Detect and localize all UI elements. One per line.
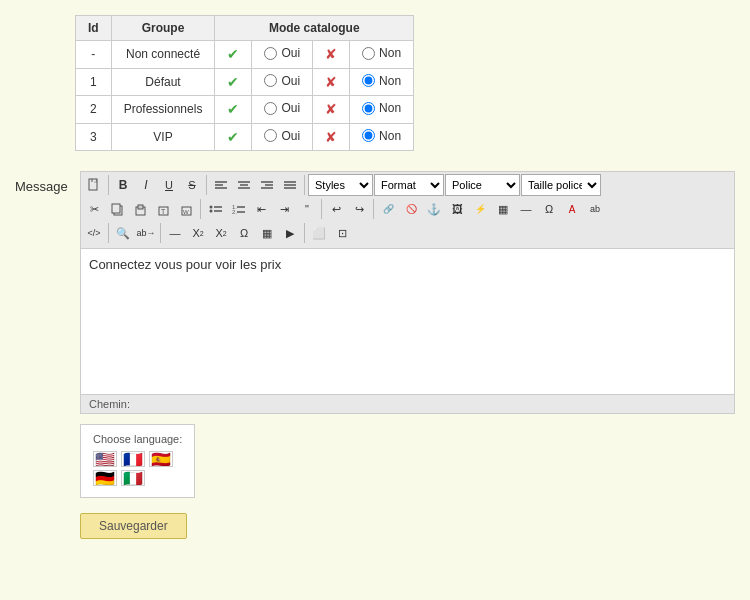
copy-button[interactable] xyxy=(106,198,128,220)
row-non[interactable]: Non xyxy=(350,96,414,124)
toolbar-row-1: B I U S Styles xyxy=(83,174,732,196)
row-id: 3 xyxy=(76,123,112,151)
undo-button[interactable]: ↩ xyxy=(325,198,347,220)
row-check: ✔ xyxy=(215,68,252,96)
radio-oui-3[interactable] xyxy=(264,129,277,142)
radio-oui-1[interactable] xyxy=(264,74,277,87)
row-non[interactable]: Non xyxy=(350,68,414,96)
row-check: ✔ xyxy=(215,96,252,124)
editor-container: B I U S Styles xyxy=(80,171,735,414)
italic-button[interactable]: I xyxy=(135,174,157,196)
check-icon: ✔ xyxy=(227,74,239,90)
radio-non-1[interactable] xyxy=(362,74,375,87)
radio-non-3[interactable] xyxy=(362,129,375,142)
svg-rect-18 xyxy=(138,205,143,209)
justify-button[interactable] xyxy=(279,174,301,196)
media-button[interactable]: ▶ xyxy=(279,222,301,244)
radio-non-0[interactable] xyxy=(362,47,375,60)
indent-button[interactable]: ⇥ xyxy=(273,198,295,220)
col-mode-catalogue: Mode catalogue xyxy=(215,16,414,41)
toolbar-sep xyxy=(108,223,109,243)
strikethrough-button[interactable]: S xyxy=(181,174,203,196)
non-label-3: Non xyxy=(379,129,401,143)
replace-button[interactable]: ab→ xyxy=(135,222,157,244)
align-right-button[interactable] xyxy=(256,174,278,196)
bgcolor-button[interactable]: ab xyxy=(584,198,606,220)
row-cross: ✘ xyxy=(313,41,350,69)
row-oui[interactable]: Oui xyxy=(252,68,313,96)
subscript-button[interactable]: X2 xyxy=(187,222,209,244)
oui-label-1: Oui xyxy=(281,74,300,88)
align-left-button[interactable] xyxy=(210,174,232,196)
showblocks-button[interactable]: ⊡ xyxy=(331,222,353,244)
row-groupe: Professionnels xyxy=(111,96,215,124)
col-groupe: Groupe xyxy=(111,16,215,41)
oui-label-2: Oui xyxy=(281,101,300,115)
redo-button[interactable]: ↪ xyxy=(348,198,370,220)
flag-fr[interactable]: 🇫🇷 xyxy=(121,451,145,467)
new-doc-button[interactable] xyxy=(83,174,105,196)
underline-button[interactable]: U xyxy=(158,174,180,196)
flag-de[interactable]: 🇩🇪 xyxy=(93,470,117,486)
unlink-button[interactable]: 🚫 xyxy=(400,198,422,220)
paste-button[interactable] xyxy=(129,198,151,220)
row-oui[interactable]: Oui xyxy=(252,123,313,151)
taille-select[interactable]: Taille police 8101214 xyxy=(521,174,601,196)
row-non[interactable]: Non xyxy=(350,41,414,69)
toolbar-sep xyxy=(206,175,207,195)
row-id: 1 xyxy=(76,68,112,96)
anchor-button[interactable]: ⚓ xyxy=(423,198,445,220)
styles-select[interactable]: Styles Normal Heading 1 xyxy=(308,174,373,196)
toolbar-sep xyxy=(108,175,109,195)
flash-button[interactable]: ⚡ xyxy=(469,198,491,220)
radio-oui-0[interactable] xyxy=(264,47,277,60)
grid-button[interactable]: ▦ xyxy=(256,222,278,244)
message-section: Message B I U S xyxy=(15,171,735,414)
outdent-button[interactable]: ⇤ xyxy=(250,198,272,220)
table-row: 3 VIP ✔ Oui ✘ Non xyxy=(76,123,414,151)
table-button[interactable]: ▦ xyxy=(492,198,514,220)
radio-non-2[interactable] xyxy=(362,102,375,115)
superscript-button[interactable]: X2 xyxy=(210,222,232,244)
check-icon: ✔ xyxy=(227,129,239,145)
row-oui[interactable]: Oui xyxy=(252,41,313,69)
radio-oui-2[interactable] xyxy=(264,102,277,115)
cut-button[interactable]: ✂ xyxy=(83,198,105,220)
list-unordered-button[interactable] xyxy=(204,198,226,220)
hr-button[interactable]: — xyxy=(515,198,537,220)
toolbar-row-3: </> 🔍 ab→ — X2 X2 Ω ▦ ▶ ⬜ ⊡ xyxy=(83,222,732,244)
font-color-button[interactable]: A xyxy=(561,198,583,220)
link-button[interactable]: 🔗 xyxy=(377,198,399,220)
omega-button[interactable]: Ω xyxy=(233,222,255,244)
image-button[interactable]: 🖼 xyxy=(446,198,468,220)
hr2-button[interactable]: — xyxy=(164,222,186,244)
flag-es[interactable]: 🇪🇸 xyxy=(149,451,173,467)
row-non[interactable]: Non xyxy=(350,123,414,151)
save-button[interactable]: Sauvegarder xyxy=(80,513,187,539)
find-button[interactable]: 🔍 xyxy=(112,222,134,244)
row-check: ✔ xyxy=(215,41,252,69)
flag-us[interactable]: 🇺🇸 xyxy=(93,451,117,467)
paste-word-button[interactable]: W xyxy=(175,198,197,220)
source-button[interactable]: </> xyxy=(83,222,105,244)
row-oui[interactable]: Oui xyxy=(252,96,313,124)
flag-row-1: 🇺🇸 🇫🇷 🇪🇸 xyxy=(93,451,182,467)
editor-content-area[interactable]: Connectez vous pour voir les prix xyxy=(81,249,734,394)
maximize-button[interactable]: ⬜ xyxy=(308,222,330,244)
format-select[interactable]: Format Bold Italic xyxy=(374,174,444,196)
special-char-button[interactable]: Ω xyxy=(538,198,560,220)
choose-language-label: Choose language: xyxy=(93,433,182,445)
bold-button[interactable]: B xyxy=(112,174,134,196)
check-icon: ✔ xyxy=(227,101,239,117)
paste-text-button[interactable]: T xyxy=(152,198,174,220)
flag-it[interactable]: 🇮🇹 xyxy=(121,470,145,486)
save-section: Sauvegarder xyxy=(80,513,735,539)
list-ordered-button[interactable]: 1.2. xyxy=(227,198,249,220)
police-select[interactable]: Police Arial Times New Roman xyxy=(445,174,520,196)
cross-icon: ✘ xyxy=(325,129,337,145)
align-center-button[interactable] xyxy=(233,174,255,196)
toolbar-sep xyxy=(160,223,161,243)
table-row: 2 Professionnels ✔ Oui ✘ Non xyxy=(76,96,414,124)
blockquote-button[interactable]: " xyxy=(296,198,318,220)
flag-row-2: 🇩🇪 🇮🇹 xyxy=(93,470,182,486)
